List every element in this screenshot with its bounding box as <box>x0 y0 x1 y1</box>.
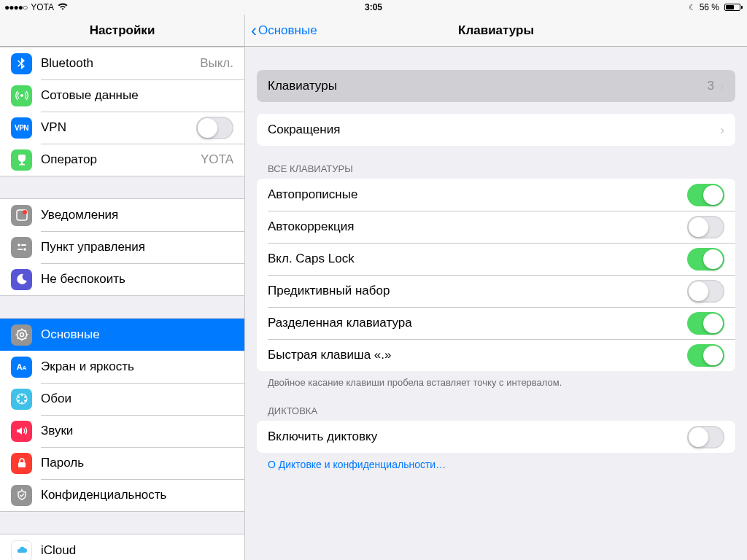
toggle-cell: Автокоррекция <box>257 211 735 243</box>
back-button[interactable]: ‹ Основные <box>245 22 317 39</box>
sidebar-item-control[interactable]: Пункт управления <box>0 231 244 263</box>
sidebar-item-label: Уведомления <box>41 208 233 222</box>
sidebar-item-label: Оператор <box>41 152 201 167</box>
sidebar-item-display[interactable]: AAЭкран и яркость <box>0 351 244 383</box>
toggle-label: Разделенная клавиатура <box>268 316 687 330</box>
keyboard-option-toggle[interactable] <box>687 216 724 238</box>
svg-point-10 <box>20 394 23 397</box>
detail-pane: ‹ Основные Клавиатуры Клавиатуры 3 › Сок… <box>245 15 747 560</box>
sidebar-item-notif[interactable]: Уведомления <box>0 199 244 231</box>
battery-icon <box>723 4 743 11</box>
keyboard-option-toggle[interactable] <box>687 248 724 271</box>
bluetooth-icon <box>11 53 32 74</box>
sidebar-item-vpn[interactable]: VPNVPN <box>0 112 244 144</box>
svg-rect-6 <box>18 249 23 250</box>
keyboard-option-toggle[interactable] <box>687 344 724 367</box>
dnd-moon-icon: ☾ <box>689 3 696 12</box>
privacy-icon <box>11 485 32 506</box>
toggle-cell: Автопрописные <box>257 179 735 211</box>
keyboard-option-toggle[interactable] <box>687 280 724 303</box>
sidebar-item-sounds[interactable]: Звуки <box>0 415 244 447</box>
carrier-icon <box>11 149 32 171</box>
sidebar-item-wallpaper[interactable]: Обои <box>0 383 244 415</box>
toggle-label: Предиктивный набор <box>268 284 687 298</box>
status-left: ●●●●○ YOTA <box>4 2 68 12</box>
keyboards-count: 3 <box>708 79 714 93</box>
toggle-label: Автокоррекция <box>268 219 687 234</box>
svg-point-15 <box>18 396 20 398</box>
dictation-cell: Включить диктовку <box>257 421 735 453</box>
battery-pct: 56 % <box>700 2 719 12</box>
sidebar-item-cellular[interactable]: Сотовые данные <box>0 79 244 112</box>
dictation-privacy-link[interactable]: О Диктовке и конфиденциальности… <box>257 459 735 470</box>
keyboard-option-toggle[interactable] <box>687 312 724 335</box>
sidebar-header: Настройки <box>0 15 244 47</box>
keyboard-option-toggle[interactable] <box>687 184 724 206</box>
detail-header: ‹ Основные Клавиатуры <box>245 15 747 47</box>
sidebar-item-value: YOTA <box>201 152 233 167</box>
sidebar-item-icloud[interactable]: iCloud <box>0 534 244 560</box>
dictation-toggle[interactable] <box>687 426 724 448</box>
vpn-toggle[interactable] <box>196 117 233 139</box>
notif-icon <box>11 205 32 226</box>
svg-point-7 <box>17 330 26 340</box>
wifi-icon <box>58 2 68 12</box>
carrier-label: YOTA <box>31 2 54 12</box>
signal-dots-icon: ●●●●○ <box>4 2 27 12</box>
sounds-icon <box>11 421 32 442</box>
toggle-cell: Предиктивный набор <box>257 275 735 307</box>
sidebar-item-label: Сотовые данные <box>41 88 233 103</box>
sidebar-item-value: Выкл. <box>200 56 233 71</box>
sidebar-item-label: Конфиденциальность <box>41 488 233 502</box>
icloud-icon <box>11 540 32 561</box>
svg-point-0 <box>20 94 23 97</box>
svg-point-14 <box>18 400 20 402</box>
sidebar-item-label: Пункт управления <box>41 240 233 254</box>
svg-rect-16 <box>18 462 26 467</box>
sidebar-item-label: VPN <box>41 120 196 135</box>
toggle-cell: Разделенная клавиатура <box>257 307 735 339</box>
sidebar-scroll[interactable]: BluetoothВыкл.Сотовые данныеVPNVPNОперат… <box>0 47 244 560</box>
sidebar-item-privacy[interactable]: Конфиденциальность <box>0 479 244 511</box>
sidebar-item-label: Не беспокоить <box>41 272 233 287</box>
keyboards-cell[interactable]: Клавиатуры 3 › <box>257 70 735 102</box>
sidebar-item-general[interactable]: Основные <box>0 319 244 351</box>
shortcuts-label: Сокращения <box>268 122 720 137</box>
dictation-label: Включить диктовку <box>268 429 687 444</box>
svg-point-3 <box>18 244 20 246</box>
svg-point-13 <box>20 402 23 404</box>
section-all-header: ВСЕ КЛАВИАТУРЫ <box>257 163 735 174</box>
sidebar-item-dnd[interactable]: Не беспокоить <box>0 263 244 295</box>
sidebar-item-label: Основные <box>41 327 233 342</box>
toggle-cell: Вкл. Caps Lock <box>257 243 735 275</box>
svg-point-11 <box>24 396 26 398</box>
sidebar-item-label: Обои <box>41 392 233 406</box>
chevron-right-icon: › <box>720 122 724 138</box>
sidebar-item-passcode[interactable]: Пароль <box>0 447 244 479</box>
section-dict-header: ДИКТОВКА <box>257 405 735 416</box>
svg-point-5 <box>23 248 26 251</box>
keyboards-label: Клавиатуры <box>268 79 708 93</box>
svg-point-2 <box>23 210 27 214</box>
display-icon: AA <box>11 357 32 378</box>
status-right: ☾ 56 % <box>689 2 743 12</box>
detail-scroll[interactable]: Клавиатуры 3 › Сокращения › ВСЕ КЛАВИАТУ… <box>245 47 747 560</box>
sidebar-item-carrier[interactable]: ОператорYOTA <box>0 144 244 176</box>
sidebar-item-bluetooth[interactable]: BluetoothВыкл. <box>0 47 244 79</box>
toggle-label: Быстрая клавиша «.» <box>268 348 687 362</box>
chevron-left-icon: ‹ <box>251 22 257 39</box>
sidebar-item-label: iCloud <box>41 543 233 558</box>
sidebar-item-label: Bluetooth <box>41 56 200 71</box>
toggle-label: Вкл. Caps Lock <box>268 252 687 266</box>
toggle-label: Автопрописные <box>268 187 687 202</box>
sidebar: Настройки BluetoothВыкл.Сотовые данныеVP… <box>0 15 245 560</box>
shortcut-footer: Двойное касание клавиши пробела вставляе… <box>257 377 735 388</box>
shortcuts-cell[interactable]: Сокращения › <box>257 114 735 146</box>
wallpaper-icon <box>11 389 32 410</box>
chevron-right-icon: › <box>720 79 724 94</box>
sidebar-title: Настройки <box>90 23 155 38</box>
dnd-icon <box>11 269 32 290</box>
sidebar-item-label: Звуки <box>41 424 233 438</box>
status-bar: ●●●●○ YOTA 3:05 ☾ 56 % <box>0 0 747 15</box>
passcode-icon <box>11 453 32 474</box>
